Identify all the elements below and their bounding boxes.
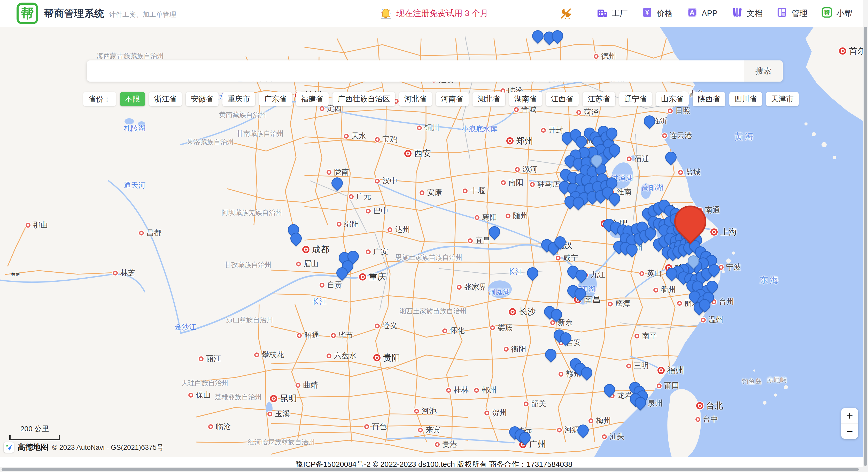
horizontal-scrollbar[interactable] [0, 467, 868, 472]
city-dot-icon [349, 194, 354, 199]
city-dot-icon [457, 285, 462, 290]
xiaobang-icon: 帮 [821, 6, 833, 21]
city-dot-icon [677, 301, 682, 306]
map-label: 钓鱼岛 [742, 377, 762, 386]
map-label: 温州 [701, 315, 723, 325]
map-label: 眉山 [296, 259, 318, 269]
province-chip-湖南省[interactable]: 湖南省 [509, 92, 542, 106]
province-chip-天津市[interactable]: 天津市 [766, 92, 799, 106]
city-dot-icon [435, 442, 440, 447]
province-chip-不限[interactable]: 不限 [120, 92, 145, 106]
map-label: 南阳 [501, 178, 523, 188]
city-label-capital: 首尔 [839, 45, 866, 57]
city-dot-icon [375, 137, 380, 142]
nav-item-price[interactable]: ¥价格 [641, 6, 673, 21]
city-dot-icon [302, 246, 309, 253]
svg-text:帮: 帮 [824, 9, 830, 16]
map-label: 桂林 [446, 385, 469, 395]
city-dot-icon [839, 47, 846, 55]
map-label: 河源 [557, 425, 580, 435]
map-label: 札陵湖 [124, 123, 146, 133]
map-label: 贵港 [435, 439, 457, 449]
city-label-capital: 福州 [657, 365, 684, 376]
map-label: 通天河 [124, 181, 146, 190]
zoom-in-button[interactable]: + [841, 408, 858, 424]
map-label: 怀化 [442, 325, 465, 336]
search-button[interactable]: 搜索 [744, 60, 783, 82]
trial-notice[interactable]: 现在注册免费试用 3 个月 [380, 7, 488, 19]
map-label: 绵阳 [337, 219, 359, 229]
city-dot-icon [490, 325, 495, 330]
province-chip-辽宁省[interactable]: 辽宁省 [619, 92, 652, 106]
vertical-scrollbar[interactable] [863, 0, 868, 472]
province-chip-河北省[interactable]: 河北省 [399, 92, 432, 106]
city-dot-icon [696, 402, 704, 409]
province-chip-陕西省[interactable]: 陕西省 [692, 92, 725, 106]
city-dot-icon [541, 128, 546, 133]
city-dot-icon [297, 333, 302, 338]
map-label: 衡阳 [504, 344, 526, 354]
nav-item-app[interactable]: APP [686, 6, 718, 21]
nav-item-manage[interactable]: 管理 [776, 6, 808, 21]
map-label: 金沙江 [175, 322, 196, 332]
app-logo-icon[interactable]: 帮 [17, 3, 38, 24]
city-dot-icon [468, 238, 473, 243]
province-chip-重庆市[interactable]: 重庆市 [222, 92, 255, 106]
city-dot-icon [296, 261, 301, 266]
map-label: 鹰潭 [608, 299, 630, 309]
map-label: 连云港 [662, 130, 692, 141]
nav-item-xiaobang[interactable]: 帮小帮 [821, 6, 852, 21]
nav-item-label: 管理 [792, 8, 808, 19]
city-dot-icon [576, 110, 581, 115]
city-dot-icon [524, 402, 529, 406]
city-dot-icon [550, 320, 555, 325]
city-dot-icon [627, 156, 632, 161]
city-dot-icon [319, 283, 324, 288]
province-chip-河南省[interactable]: 河南省 [436, 92, 469, 106]
nav-item-label: 工厂 [612, 8, 628, 19]
map-label: 曲靖 [296, 380, 318, 390]
map-label: 广元 [349, 191, 371, 202]
province-chip-广东省[interactable]: 广东省 [259, 92, 292, 106]
map-label: 赤尾屿 [767, 375, 787, 384]
city-dot-icon [626, 364, 631, 369]
province-chip-福建省[interactable]: 福建省 [296, 92, 329, 106]
province-chip-江西省[interactable]: 江西省 [546, 92, 579, 106]
map-label: 贺州 [485, 408, 507, 418]
map-label: 黄南藏族自治州 [219, 110, 266, 119]
city-dot-icon [608, 302, 613, 307]
zoom-out-button[interactable]: − [841, 424, 858, 439]
province-chip-山东省[interactable]: 山东省 [656, 92, 689, 106]
city-dot-icon [331, 333, 336, 338]
map-canvas[interactable]: 西宁兰州西安郑州济南武汉合肥南京上海杭州南昌长沙成都重庆贵阳昆明福州广州台北首尔… [0, 27, 868, 457]
city-label-capital: 长沙 [509, 306, 536, 318]
city-dot-icon [319, 106, 324, 111]
nav-item-factory[interactable]: 工厂 [596, 6, 628, 21]
app-icon [686, 6, 698, 21]
nav-item-label: 小帮 [836, 8, 852, 19]
province-chip-安徽省[interactable]: 安徽省 [186, 92, 219, 106]
map-zoom-control: + − [841, 408, 858, 439]
search-input[interactable] [87, 60, 744, 82]
map-label: 凉山彝族自治州 [226, 316, 273, 324]
theme-toggle-icon[interactable] [559, 7, 572, 20]
city-dot-icon [366, 249, 371, 254]
city-label-capital: 台北 [696, 400, 723, 412]
city-dot-icon [268, 412, 272, 416]
search-bar: 搜索 [87, 60, 783, 82]
city-dot-icon [514, 107, 519, 112]
map-label: 林芝 [113, 268, 135, 278]
map-label: 果洛藏族自治州 [187, 137, 234, 147]
map-label: 六盘水 [327, 351, 356, 361]
province-chip-四川省[interactable]: 四川省 [729, 92, 762, 106]
city-dot-icon [327, 170, 332, 175]
province-chip-浙江省[interactable]: 浙江省 [149, 92, 182, 106]
city-label-capital: 贵阳 [373, 352, 400, 364]
province-chip-湖北省[interactable]: 湖北省 [472, 92, 505, 106]
province-chip-江苏省[interactable]: 江苏省 [583, 92, 615, 106]
province-chip-广西壮族自治区[interactable]: 广西壮族自治区 [333, 92, 395, 106]
app-header: 帮 帮商管理系统 计件工资、加工单管理 现在注册免费试用 3 个月 [0, 0, 868, 27]
map-label: 宜昌 [468, 235, 490, 246]
nav-item-doc[interactable]: 文档 [731, 6, 763, 21]
map-label: 娄底 [490, 322, 513, 333]
